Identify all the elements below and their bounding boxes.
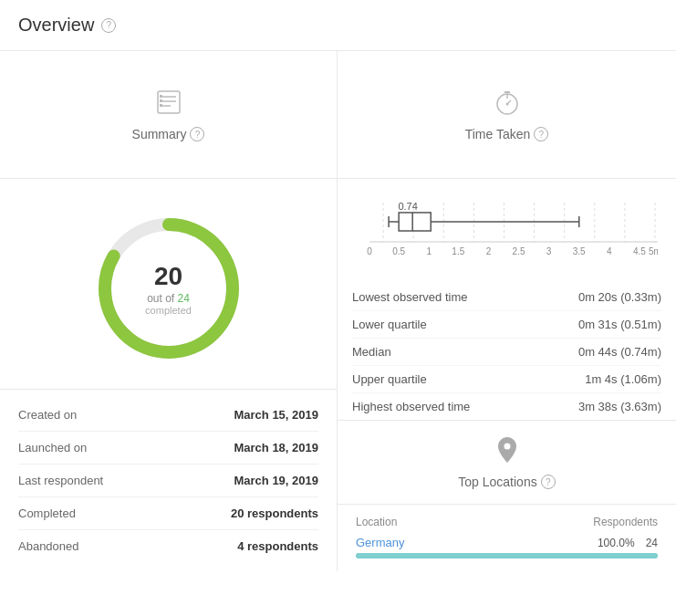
time-stat-value-lq: 0m 31s (0.51m) <box>578 318 661 331</box>
donut-total: 24 <box>177 292 189 305</box>
overview-page: Overview ? <box>0 0 676 616</box>
svg-text:1: 1 <box>426 246 432 256</box>
page-header: Overview ? <box>0 0 676 51</box>
top-locations-help-icon[interactable]: ? <box>541 475 556 489</box>
content-grid: Summary ? 20 out of 24 <box>0 51 676 571</box>
location-bar-fill-germany <box>356 553 658 559</box>
stat-label-launched: Launched on <box>18 441 87 454</box>
svg-rect-5 <box>160 99 162 102</box>
time-stat-label-lq: Lower quartile <box>352 318 427 331</box>
svg-text:4.5: 4.5 <box>633 246 646 256</box>
stat-value-last-respondent: March 19, 2019 <box>234 474 318 487</box>
stat-created-on: Created on March 15, 2019 <box>18 399 318 432</box>
stat-label-last-respondent: Last respondent <box>18 474 103 487</box>
svg-text:5m: 5m <box>649 246 658 256</box>
location-bar-bg-germany <box>356 553 658 559</box>
location-pct-germany: 100.0% <box>598 537 635 549</box>
time-stat-upper-quartile: Upper quartile 1m 4s (1.06m) <box>352 366 661 393</box>
locations-header: Location Respondents <box>356 516 658 528</box>
time-stat-lower-quartile: Lower quartile 0m 31s (0.51m) <box>352 311 661 339</box>
time-taken-help-icon[interactable]: ? <box>534 127 548 141</box>
stat-value-launched: March 18, 2019 <box>234 441 318 454</box>
boxplot-container: 0.74 0 0.5 1 1.5 2 2.5 3 3.5 4 4.5 5m <box>338 179 676 284</box>
locations-table: Location Respondents Germany 100.0% 24 <box>338 505 676 569</box>
top-locations-title-row: Top Locations ? <box>458 475 555 489</box>
stat-label-created: Created on <box>18 408 77 422</box>
svg-rect-6 <box>160 104 162 107</box>
top-locations-section: Top Locations ? Location Respondents Ger… <box>338 420 676 569</box>
svg-point-13 <box>505 103 508 106</box>
location-row-germany: Germany 100.0% 24 <box>356 536 658 559</box>
location-name-row: Germany 100.0% 24 <box>356 536 658 549</box>
boxplot-svg: 0.74 0 0.5 1 1.5 2 2.5 3 3.5 4 4.5 5m <box>356 193 658 266</box>
stat-abandoned: Abandoned 4 respondents <box>18 530 318 562</box>
summary-icon <box>154 88 183 120</box>
time-stat-highest: Highest observed time 3m 38s (3.63m) <box>352 393 661 420</box>
svg-rect-4 <box>160 95 162 98</box>
summary-title-row: Summary ? <box>132 127 205 141</box>
stat-value-completed: 20 respondents <box>231 506 318 520</box>
stat-label-completed: Completed <box>18 506 76 520</box>
time-taken-header: Time Taken ? <box>338 51 676 179</box>
stat-value-created: March 15, 2019 <box>234 408 318 422</box>
time-stat-value-lowest: 0m 20s (0.33m) <box>578 290 661 304</box>
stats-table: Created on March 15, 2019 Launched on Ma… <box>0 390 337 571</box>
svg-point-43 <box>504 444 510 450</box>
svg-text:0.74: 0.74 <box>398 201 417 212</box>
time-stat-lowest: Lowest observed time 0m 20s (0.33m) <box>352 284 661 311</box>
svg-text:0.5: 0.5 <box>392 246 405 256</box>
donut-completed-label: completed <box>145 305 192 316</box>
svg-rect-27 <box>399 213 431 231</box>
overview-help-icon[interactable]: ? <box>101 18 116 33</box>
svg-text:0: 0 <box>367 246 372 256</box>
donut-value: 20 <box>145 262 192 291</box>
location-stats: 100.0% 24 <box>598 536 658 549</box>
donut-out-of: out of 24 <box>147 292 190 305</box>
location-count-germany: 24 <box>646 537 658 549</box>
stat-last-respondent: Last respondent March 19, 2019 <box>18 465 318 497</box>
timer-icon <box>493 88 522 120</box>
left-panel: Summary ? 20 out of 24 <box>0 51 338 571</box>
time-stat-label-highest: Highest observed time <box>352 400 470 413</box>
svg-text:3: 3 <box>546 246 552 256</box>
time-stat-label-median: Median <box>352 345 391 359</box>
location-col-header: Location <box>356 516 397 528</box>
right-panel: Time Taken ? <box>338 51 676 571</box>
time-taken-title: Time Taken <box>465 127 531 141</box>
summary-section-header: Summary ? <box>0 51 337 179</box>
donut-chart-container: 20 out of 24 completed <box>0 179 337 390</box>
location-icon <box>494 435 520 467</box>
donut-center: 20 out of 24 completed <box>145 262 192 316</box>
stat-completed: Completed 20 respondents <box>18 497 318 530</box>
time-stat-value-median: 0m 44s (0.74m) <box>578 345 661 359</box>
time-stats: Lowest observed time 0m 20s (0.33m) Lowe… <box>338 284 676 420</box>
time-stat-label-uq: Upper quartile <box>352 372 427 386</box>
time-stat-label-lowest: Lowest observed time <box>352 290 467 304</box>
svg-text:3.5: 3.5 <box>573 246 586 256</box>
top-locations-header: Top Locations ? <box>338 420 676 505</box>
svg-text:2.5: 2.5 <box>513 246 525 256</box>
stat-launched-on: Launched on March 18, 2019 <box>18 432 318 465</box>
location-name-germany: Germany <box>356 536 404 549</box>
summary-help-icon[interactable]: ? <box>190 127 204 141</box>
donut-wrapper: 20 out of 24 completed <box>87 206 251 371</box>
respondents-col-header: Respondents <box>593 516 658 528</box>
time-stat-median: Median 0m 44s (0.74m) <box>352 339 661 366</box>
stat-value-abandoned: 4 respondents <box>237 539 318 553</box>
stat-label-abandoned: Abandoned <box>18 539 79 553</box>
time-stat-value-uq: 1m 4s (1.06m) <box>585 372 661 386</box>
svg-text:2: 2 <box>486 246 492 256</box>
summary-title: Summary <box>132 127 187 141</box>
svg-text:1.5: 1.5 <box>452 246 464 256</box>
time-taken-title-row: Time Taken ? <box>465 127 549 141</box>
page-title: Overview <box>18 15 94 36</box>
svg-text:4: 4 <box>607 246 612 256</box>
time-stat-value-highest: 3m 38s (3.63m) <box>578 400 661 413</box>
top-locations-title: Top Locations <box>458 475 536 489</box>
